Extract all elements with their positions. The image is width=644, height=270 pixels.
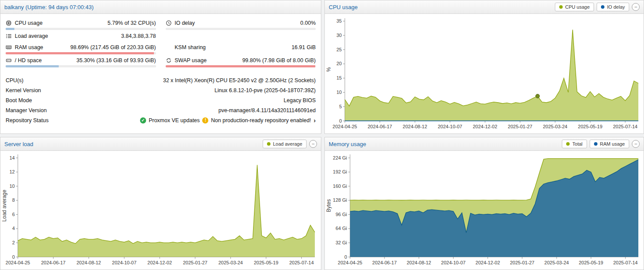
svg-text:2025-01-27: 2025-01-27 <box>510 260 534 265</box>
swap-usage-stat: SWAP usage 99.80% (7.98 GiB of 8.00 GiB) <box>166 55 316 68</box>
legend-load-average[interactable]: Load average <box>263 140 307 148</box>
repo-warning-text: Non production-ready repository enabled! <box>211 117 311 123</box>
swap-usage-value: 99.80% (7.98 GiB of 8.00 GiB) <box>242 57 316 63</box>
repository-status-label: Repository Status <box>6 117 49 123</box>
cpu-chart-header: CPU usage CPU usage IO delay − <box>325 0 644 14</box>
refresh-icon <box>166 57 172 63</box>
legend-label: Load average <box>273 141 302 147</box>
info-value: Linux 6.8.12-10-pve (2025-04-18T07:39Z) <box>214 87 316 93</box>
info-label: CPU(s) <box>6 77 23 83</box>
svg-text:14: 14 <box>10 155 15 160</box>
series-dot-olive <box>566 142 570 146</box>
svg-text:32 Gi: 32 Gi <box>336 240 347 245</box>
svg-text:2024-08-12: 2024-08-12 <box>407 260 431 265</box>
legend-io-delay[interactable]: IO delay <box>597 3 629 11</box>
dashboard-grid: balkany (Uptime: 94 days 07:00:43) CPU u… <box>0 0 644 270</box>
svg-text:20: 20 <box>337 61 342 66</box>
legend-label: CPU usage <box>565 4 590 10</box>
server-load-body: 024681012142024-04-252024-06-172024-08-1… <box>0 151 321 270</box>
info-row-manager: Manager Version pve-manager/8.4.11/14a32… <box>6 105 316 115</box>
cpu-usage-chart[interactable]: 051015202530352024-04-252024-06-172024-0… <box>325 14 643 133</box>
svg-text:2025-05-19: 2025-05-19 <box>254 260 278 265</box>
cpu-chart-panel: CPU usage CPU usage IO delay − 051015202… <box>324 0 644 134</box>
info-label: Boot Mode <box>6 97 32 103</box>
svg-text:%: % <box>326 67 332 72</box>
cpu-usage-value: 5.79% of 32 CPU(s) <box>107 20 156 26</box>
svg-text:2024-08-12: 2024-08-12 <box>403 124 427 129</box>
chevron-right-icon[interactable]: › <box>314 117 316 123</box>
svg-text:64 Gi: 64 Gi <box>336 226 347 231</box>
legend-cpu-usage[interactable]: CPU usage <box>555 3 594 11</box>
server-load-chart[interactable]: 024681012142024-04-252024-06-172024-08-1… <box>0 151 320 269</box>
svg-text:0: 0 <box>12 254 15 260</box>
svg-text:2025-07-14: 2025-07-14 <box>613 124 637 129</box>
series-dot-olive <box>267 142 270 146</box>
hd-space-value: 35.30% (33.16 GiB of 93.93 GiB) <box>77 57 156 63</box>
svg-text:160 Gi: 160 Gi <box>333 183 347 189</box>
svg-text:2024-12-02: 2024-12-02 <box>476 260 500 265</box>
repo-ok-text: Proxmox VE updates <box>149 117 200 123</box>
collapse-icon[interactable]: − <box>309 140 317 148</box>
svg-text:6: 6 <box>12 212 15 217</box>
info-row-bootmode: Boot Mode Legacy BIOS <box>6 95 316 105</box>
ram-usage-bar <box>6 52 156 54</box>
node-info-rows: CPU(s) 32 x Intel(R) Xeon(R) CPU E5-2450… <box>6 75 316 125</box>
svg-text:2024-12-02: 2024-12-02 <box>147 260 172 265</box>
hd-space-bar <box>6 65 156 67</box>
repository-status-value: ✓ Proxmox VE updates ! Non production-re… <box>140 117 316 123</box>
io-delay-value: 0.00% <box>300 20 316 26</box>
hdd-icon <box>6 57 12 63</box>
svg-text:4: 4 <box>12 226 15 231</box>
swap-usage-bar-fill <box>166 65 316 67</box>
legend-total[interactable]: Total <box>562 140 587 148</box>
cpu-usage-label: CPU usage <box>15 20 43 26</box>
load-average-stat: Load average 3.84,3.88,3.78 <box>6 31 156 42</box>
svg-text:96 Gi: 96 Gi <box>336 212 347 217</box>
info-value: 32 x Intel(R) Xeon(R) CPU E5-2450 v2 @ 2… <box>163 77 316 83</box>
swap-usage-label: SWAP usage <box>175 57 207 63</box>
svg-text:224 Gi: 224 Gi <box>333 155 347 160</box>
ksm-sharing-label: KSM sharing <box>175 44 206 50</box>
memory-usage-chart[interactable]: 032 Gi64 Gi96 Gi128 Gi160 Gi192 Gi224 Gi… <box>325 151 643 269</box>
collapse-icon[interactable]: − <box>632 3 640 11</box>
svg-text:2024-04-25: 2024-04-25 <box>338 260 362 265</box>
server-load-panel: Server load Load average − 0246810121420… <box>0 137 321 270</box>
node-summary-body: CPU usage 5.79% of 32 CPU(s) IO delay 0.… <box>0 14 321 133</box>
svg-text:Load average: Load average <box>1 190 7 222</box>
load-average-label: Load average <box>15 33 48 39</box>
series-dot-olive <box>559 5 563 9</box>
ram-usage-value: 98.69% (217.45 GiB of 220.33 GiB) <box>70 44 156 50</box>
io-delay-label: IO delay <box>175 20 195 26</box>
server-load-header: Server load Load average − <box>0 137 321 151</box>
node-summary-panel: balkany (Uptime: 94 days 07:00:43) CPU u… <box>0 0 321 134</box>
info-label: Kernel Version <box>6 87 41 93</box>
hd-space-label: / HD space <box>15 57 42 63</box>
server-load-title: Server load <box>4 141 33 147</box>
svg-text:15: 15 <box>337 75 342 80</box>
memory-chart-title: Memory usage <box>329 141 366 147</box>
swap-usage-bar <box>166 65 316 67</box>
load-average-value: 3.84,3.88,3.78 <box>121 33 156 39</box>
ram-usage-label: RAM usage <box>15 44 43 50</box>
svg-text:2024-08-12: 2024-08-12 <box>77 260 101 265</box>
info-label: Manager Version <box>6 107 47 113</box>
info-value: pve-manager/8.4.11/14a32011146091ed <box>218 107 316 113</box>
svg-text:2025-01-27: 2025-01-27 <box>508 124 532 129</box>
cpu-icon <box>6 20 12 26</box>
ksm-sharing-value: 16.91 GiB <box>291 44 316 50</box>
series-dot-blue <box>594 142 597 146</box>
svg-text:2025-01-27: 2025-01-27 <box>183 260 207 265</box>
svg-text:8: 8 <box>12 197 15 203</box>
series-dot-blue <box>601 5 604 9</box>
svg-text:2025-07-14: 2025-07-14 <box>613 260 637 265</box>
svg-text:192 Gi: 192 Gi <box>333 169 347 174</box>
svg-text:2025-03-24: 2025-03-24 <box>544 260 569 265</box>
io-delay-stat: IO delay 0.00% <box>166 18 316 31</box>
svg-text:2024-06-17: 2024-06-17 <box>367 124 392 129</box>
svg-text:12: 12 <box>10 169 15 174</box>
legend-ram-usage[interactable]: RAM usage <box>590 140 629 148</box>
collapse-icon[interactable]: − <box>632 140 640 148</box>
svg-text:2024-06-17: 2024-06-17 <box>372 260 397 265</box>
svg-text:2024-10-07: 2024-10-07 <box>438 124 462 129</box>
svg-text:2025-05-19: 2025-05-19 <box>578 124 602 129</box>
